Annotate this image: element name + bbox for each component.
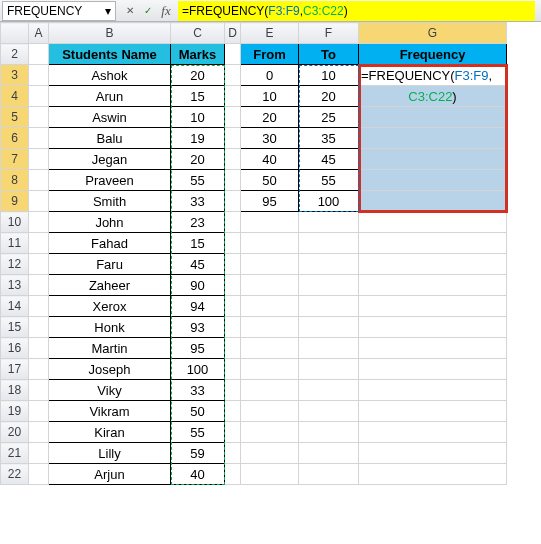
cell-B13[interactable]: Zaheer bbox=[49, 275, 171, 296]
cell-C19[interactable]: 50 bbox=[171, 401, 225, 422]
cell-A14[interactable] bbox=[29, 296, 49, 317]
cell-C13[interactable]: 90 bbox=[171, 275, 225, 296]
cell-G16[interactable] bbox=[359, 338, 507, 359]
col-header-C[interactable]: C bbox=[171, 23, 225, 44]
cell-E10[interactable] bbox=[241, 212, 299, 233]
cell-C14[interactable]: 94 bbox=[171, 296, 225, 317]
cell-F15[interactable] bbox=[299, 317, 359, 338]
cell-A16[interactable] bbox=[29, 338, 49, 359]
col-header-E[interactable]: E bbox=[241, 23, 299, 44]
cell-F4[interactable]: 20 bbox=[299, 86, 359, 107]
cell-C3[interactable]: 20 bbox=[171, 65, 225, 86]
cell-F8[interactable]: 55 bbox=[299, 170, 359, 191]
cell-F11[interactable] bbox=[299, 233, 359, 254]
cell-G14[interactable] bbox=[359, 296, 507, 317]
col-header-G[interactable]: G bbox=[359, 23, 507, 44]
cell-A5[interactable] bbox=[29, 107, 49, 128]
cell-D11[interactable] bbox=[225, 233, 241, 254]
cell-G4[interactable]: C3:C22) bbox=[359, 86, 507, 107]
cell-G13[interactable] bbox=[359, 275, 507, 296]
cell-B11[interactable]: Fahad bbox=[49, 233, 171, 254]
cell-C7[interactable]: 20 bbox=[171, 149, 225, 170]
row-header-5[interactable]: 5 bbox=[1, 107, 29, 128]
cell-D4[interactable] bbox=[225, 86, 241, 107]
cell-E11[interactable] bbox=[241, 233, 299, 254]
cell-D10[interactable] bbox=[225, 212, 241, 233]
row-header-20[interactable]: 20 bbox=[1, 422, 29, 443]
cell-E17[interactable] bbox=[241, 359, 299, 380]
cell-B20[interactable]: Kiran bbox=[49, 422, 171, 443]
cell-C11[interactable]: 15 bbox=[171, 233, 225, 254]
cell-D12[interactable] bbox=[225, 254, 241, 275]
cell-A15[interactable] bbox=[29, 317, 49, 338]
row-header-19[interactable]: 19 bbox=[1, 401, 29, 422]
cell-E19[interactable] bbox=[241, 401, 299, 422]
cell-E2[interactable]: From bbox=[241, 44, 299, 65]
cell-B15[interactable]: Honk bbox=[49, 317, 171, 338]
cell-D2[interactable] bbox=[225, 44, 241, 65]
select-all[interactable] bbox=[1, 23, 29, 44]
cell-F3[interactable]: 10 bbox=[299, 65, 359, 86]
cell-C5[interactable]: 10 bbox=[171, 107, 225, 128]
cell-D18[interactable] bbox=[225, 380, 241, 401]
cell-F10[interactable] bbox=[299, 212, 359, 233]
cell-A12[interactable] bbox=[29, 254, 49, 275]
row-header-21[interactable]: 21 bbox=[1, 443, 29, 464]
cell-B19[interactable]: Vikram bbox=[49, 401, 171, 422]
spreadsheet-grid[interactable]: ABCDEFG2Students NameMarksFromToFrequenc… bbox=[0, 22, 541, 485]
cell-A11[interactable] bbox=[29, 233, 49, 254]
cell-C20[interactable]: 55 bbox=[171, 422, 225, 443]
cell-E22[interactable] bbox=[241, 464, 299, 485]
cell-A22[interactable] bbox=[29, 464, 49, 485]
cell-D7[interactable] bbox=[225, 149, 241, 170]
cell-D6[interactable] bbox=[225, 128, 241, 149]
chevron-down-icon[interactable]: ▾ bbox=[105, 4, 111, 18]
cell-G18[interactable] bbox=[359, 380, 507, 401]
row-header-3[interactable]: 3 bbox=[1, 65, 29, 86]
cell-A20[interactable] bbox=[29, 422, 49, 443]
cell-E18[interactable] bbox=[241, 380, 299, 401]
cell-F5[interactable]: 25 bbox=[299, 107, 359, 128]
row-header-4[interactable]: 4 bbox=[1, 86, 29, 107]
cell-E3[interactable]: 0 bbox=[241, 65, 299, 86]
cell-B14[interactable]: Xerox bbox=[49, 296, 171, 317]
cell-D9[interactable] bbox=[225, 191, 241, 212]
cell-G20[interactable] bbox=[359, 422, 507, 443]
cell-D17[interactable] bbox=[225, 359, 241, 380]
cell-C9[interactable]: 33 bbox=[171, 191, 225, 212]
row-header-6[interactable]: 6 bbox=[1, 128, 29, 149]
name-box[interactable]: FREQUENCY ▾ bbox=[2, 1, 116, 21]
cell-B7[interactable]: Jegan bbox=[49, 149, 171, 170]
cell-F18[interactable] bbox=[299, 380, 359, 401]
cell-D13[interactable] bbox=[225, 275, 241, 296]
cell-B21[interactable]: Lilly bbox=[49, 443, 171, 464]
cell-B3[interactable]: Ashok bbox=[49, 65, 171, 86]
cell-F22[interactable] bbox=[299, 464, 359, 485]
cell-C2[interactable]: Marks bbox=[171, 44, 225, 65]
cell-A4[interactable] bbox=[29, 86, 49, 107]
cell-A2[interactable] bbox=[29, 44, 49, 65]
cell-A13[interactable] bbox=[29, 275, 49, 296]
cell-F14[interactable] bbox=[299, 296, 359, 317]
col-header-B[interactable]: B bbox=[49, 23, 171, 44]
cell-F16[interactable] bbox=[299, 338, 359, 359]
cell-F19[interactable] bbox=[299, 401, 359, 422]
cell-F6[interactable]: 35 bbox=[299, 128, 359, 149]
cell-G10[interactable] bbox=[359, 212, 507, 233]
check-icon[interactable]: ✓ bbox=[140, 3, 156, 19]
row-header-14[interactable]: 14 bbox=[1, 296, 29, 317]
cell-D22[interactable] bbox=[225, 464, 241, 485]
cell-C21[interactable]: 59 bbox=[171, 443, 225, 464]
cell-E20[interactable] bbox=[241, 422, 299, 443]
cell-E13[interactable] bbox=[241, 275, 299, 296]
cancel-icon[interactable]: ✕ bbox=[122, 3, 138, 19]
cell-D21[interactable] bbox=[225, 443, 241, 464]
fx-icon[interactable]: fx bbox=[158, 3, 174, 19]
cell-G22[interactable] bbox=[359, 464, 507, 485]
cell-G11[interactable] bbox=[359, 233, 507, 254]
cell-A17[interactable] bbox=[29, 359, 49, 380]
cell-A3[interactable] bbox=[29, 65, 49, 86]
cell-D15[interactable] bbox=[225, 317, 241, 338]
cell-C15[interactable]: 93 bbox=[171, 317, 225, 338]
row-header-9[interactable]: 9 bbox=[1, 191, 29, 212]
